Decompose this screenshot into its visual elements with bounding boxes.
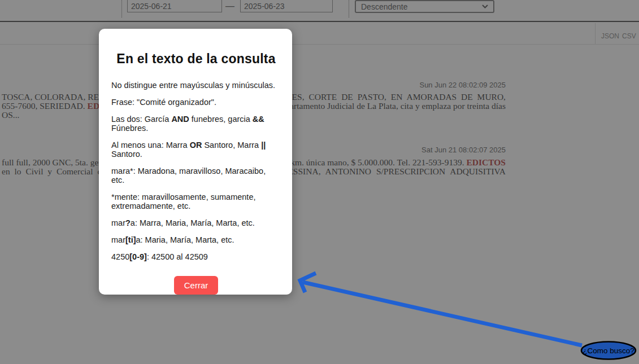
- help-text: *mente: maravillosamente, sumamente, ext…: [111, 192, 255, 210]
- help-text: mar: [111, 218, 125, 227]
- help-operator: [0-9]: [129, 252, 147, 261]
- help-paragraph: Frase: "Comité organizador".: [111, 98, 281, 107]
- search-help-modal: En el texto de la consulta No distingue …: [99, 29, 292, 295]
- help-text: Las dos: García: [111, 115, 171, 124]
- help-operator: [ti]: [125, 235, 136, 244]
- help-text: mara*: Maradona, maravilloso, Maracaibo,…: [111, 166, 266, 185]
- help-text: a: Maria, María, Marta, etc.: [136, 235, 234, 244]
- help-operator: OR: [190, 141, 202, 150]
- modal-title: En el texto de la consulta: [111, 51, 281, 67]
- close-button[interactable]: Cerrar: [174, 276, 218, 295]
- help-paragraph: *mente: maravillosamente, sumamente, ext…: [111, 192, 281, 210]
- help-operator: ?: [125, 218, 131, 227]
- help-paragraph: mar?a: Marra, Maria, María, Marta, etc.: [111, 218, 281, 227]
- help-paragraph: 4250[0-9]: 42500 al 42509: [111, 252, 281, 261]
- help-paragraph: Las dos: García AND funebres, garcia && …: [111, 115, 281, 133]
- help-text: Santoro, Marra: [202, 141, 261, 150]
- help-operator: ||: [261, 141, 266, 150]
- help-text: funebres, garcia: [189, 115, 253, 124]
- help-text: 4250: [111, 252, 129, 261]
- help-text: No distingue entre mayúsculas y minúscul…: [111, 81, 275, 90]
- help-button[interactable]: ¿Como busco?: [581, 342, 636, 359]
- help-paragraph: mar[ti]a: Maria, María, Marta, etc.: [111, 235, 281, 244]
- help-button-label: ¿Como busco?: [583, 347, 634, 355]
- help-paragraph: Al menos una: Marra OR Santoro, Marra ||…: [111, 141, 281, 159]
- modal-backdrop[interactable]: [0, 0, 639, 364]
- help-operator: &&: [253, 115, 264, 124]
- help-text: Santoro.: [111, 150, 142, 159]
- help-text: : 42500 al 42509: [147, 252, 208, 261]
- help-paragraph: No distingue entre mayúsculas y minúscul…: [111, 81, 281, 90]
- help-text: Al menos una: Marra: [111, 141, 190, 150]
- help-text: a: Marra, Maria, María, Marta, etc.: [131, 218, 255, 227]
- help-text: Frase: "Comité organizador".: [111, 98, 216, 107]
- help-operator: AND: [171, 115, 189, 124]
- help-text: mar: [111, 235, 125, 244]
- help-paragraph: mara*: Maradona, maravilloso, Maracaibo,…: [111, 166, 281, 185]
- help-text: Fúnebres.: [111, 124, 148, 133]
